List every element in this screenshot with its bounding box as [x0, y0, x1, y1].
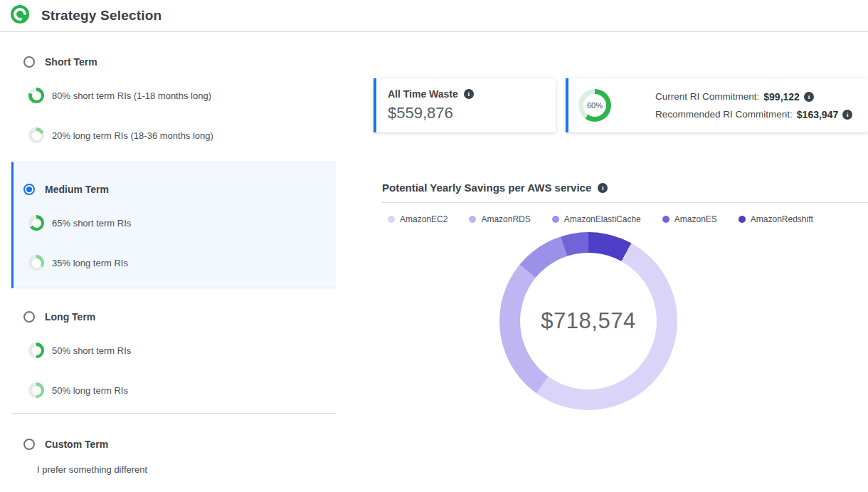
current-commitment-value: $99,122 — [763, 91, 800, 103]
waste-card-title: All Time Waste — [388, 88, 458, 100]
legend-dot — [739, 216, 746, 223]
radio-custom-term[interactable] — [23, 439, 35, 450]
legend-item-amazones[interactable]: AmazonES — [662, 214, 717, 224]
legend-item-amazonec2[interactable]: AmazonEC2 — [388, 214, 448, 224]
recommended-commitment-row: Recommended RI Commitment: $163,947 — [655, 109, 852, 120]
strategy-selection-page: Strategy Selection Short Term 80% short … — [0, 0, 868, 492]
gauge-percentage: 60% — [583, 94, 606, 117]
legend-dot — [388, 216, 395, 223]
option-label: 65% short term RIs — [52, 218, 131, 229]
current-commitment-row: Current RI Commitment: $99,122 — [655, 91, 852, 103]
info-icon[interactable] — [842, 110, 852, 120]
progress-ring-icon — [28, 127, 44, 143]
strategy-short-term[interactable]: Short Term — [23, 56, 97, 68]
strategy-label: Custom Term — [45, 439, 108, 450]
waste-card-value: $559,876 — [388, 104, 544, 122]
legend-label: AmazonEC2 — [400, 214, 448, 224]
info-icon[interactable] — [464, 89, 474, 99]
progress-ring-icon — [28, 215, 44, 231]
progress-ring-icon — [28, 255, 44, 271]
strategy-medium-term[interactable]: Medium Term — [23, 184, 109, 195]
custom-term-description: I prefer something different — [37, 464, 147, 475]
savings-chart-title: Potential Yearly Savings per AWS service — [382, 182, 591, 194]
strategy-label: Medium Term — [45, 184, 109, 195]
strategy-option: 50% long term RIs — [28, 382, 128, 398]
legend-label: AmazonES — [674, 214, 717, 224]
strategy-long-term[interactable]: Long Term — [23, 311, 95, 323]
section-divider — [11, 413, 336, 414]
strategy-label: Long Term — [45, 311, 95, 323]
legend-label: AmazonRedshift — [751, 214, 813, 224]
legend-dot — [552, 216, 559, 223]
option-label: 50% long term RIs — [52, 385, 128, 396]
strategy-label: Short Term — [45, 56, 97, 68]
all-time-waste-card: All Time Waste $559,876 — [374, 78, 556, 132]
current-commitment-label: Current RI Commitment: — [655, 91, 759, 102]
option-label: 20% long term RIs (18-36 months long) — [52, 130, 213, 141]
option-label: 50% short term RIs — [52, 345, 131, 356]
progress-ring-icon — [28, 342, 44, 358]
info-icon[interactable] — [804, 92, 814, 102]
commitment-gauge: 60% — [578, 89, 611, 122]
donut-total-value: $718,574 — [541, 308, 635, 334]
savings-chart-header: Potential Yearly Savings per AWS service — [382, 182, 608, 194]
radio-medium-term[interactable] — [23, 184, 35, 195]
strategy-option: 80% short term RIs (1-18 months long) — [28, 88, 211, 103]
page-header: Strategy Selection — [0, 0, 868, 32]
radio-short-term[interactable] — [23, 56, 35, 68]
radio-long-term[interactable] — [23, 311, 35, 323]
progress-ring-icon — [28, 88, 44, 103]
recommended-commitment-value: $163,947 — [797, 109, 838, 120]
chart-divider — [382, 202, 868, 203]
strategy-option: 50% short term RIs — [28, 342, 131, 358]
info-icon[interactable] — [598, 183, 608, 193]
progress-ring-icon — [28, 382, 44, 398]
strategy-custom-term[interactable]: Custom Term — [23, 439, 108, 450]
option-label: 80% short term RIs (1-18 months long) — [52, 90, 211, 101]
donut-hole: $718,574 — [520, 253, 657, 389]
legend-label: AmazonRDS — [481, 214, 530, 224]
strategy-option: 20% long term RIs (18-36 months long) — [28, 127, 213, 143]
recommended-commitment-label: Recommended RI Commitment: — [655, 109, 793, 120]
app-logo-icon — [10, 4, 30, 27]
legend-item-amazonrds[interactable]: AmazonRDS — [469, 214, 530, 224]
option-label: 35% long term RIs — [52, 258, 128, 268]
strategy-option: 65% short term RIs — [28, 215, 131, 231]
legend-dot — [662, 216, 669, 223]
ri-commitment-card: 60% Current RI Commitment: $99,122 Recom… — [566, 78, 868, 132]
strategy-option: 35% long term RIs — [28, 255, 128, 271]
page-title: Strategy Selection — [41, 8, 162, 23]
legend-dot — [469, 216, 476, 223]
legend-item-amazonredshift[interactable]: AmazonRedshift — [739, 214, 813, 224]
legend-label: AmazonElastiCache — [564, 214, 641, 224]
chart-legend: AmazonEC2 AmazonRDS AmazonElastiCache Am… — [388, 214, 813, 224]
legend-item-amazonelasticache[interactable]: AmazonElastiCache — [552, 214, 641, 224]
savings-donut[interactable]: $718,574 — [499, 232, 677, 410]
